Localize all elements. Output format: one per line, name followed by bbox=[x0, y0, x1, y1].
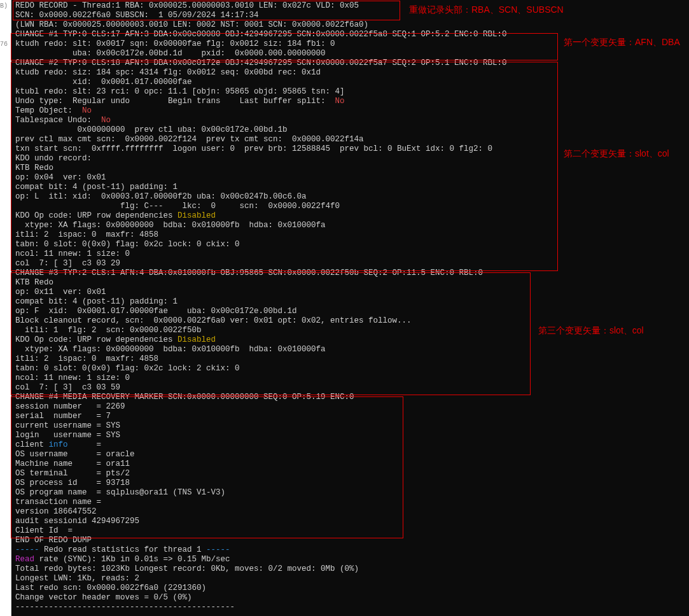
change4-line: audit sessionid 4294967295 bbox=[15, 517, 139, 526]
change4-line: current username = SYS bbox=[15, 421, 120, 430]
change3-line: col 7: [ 3] c3 03 59 bbox=[15, 383, 120, 392]
change4-client-line: client info = bbox=[15, 440, 101, 449]
change2-ts-line: Tablespace Undo: No bbox=[15, 116, 111, 125]
editor-gutter: B) 76 bbox=[0, 0, 11, 616]
change4-line: session number = 2269 bbox=[15, 402, 125, 411]
change4-line: version 186647552 bbox=[15, 507, 97, 516]
change4-line: OS process id = 93718 bbox=[15, 479, 130, 487]
change2-line: itli: 2 ispac: 0 maxfr: 4858 bbox=[15, 230, 158, 239]
change2-line: 0x00000000 prev ctl uba: 0x00c0172e.00bd… bbox=[15, 125, 292, 134]
footer-line: ----------------------------------------… bbox=[15, 603, 235, 612]
gutter-line-number: 76 bbox=[0, 39, 11, 49]
change3-kdo-line: KDO Op code: URP row dependencies Disabl… bbox=[15, 335, 216, 344]
footer-line: Last redo scn: 0x0000.0022f6a0 (2291360) bbox=[15, 584, 206, 592]
change2-line: prev ctl max cmt scn: 0x0000.0022f124 pr… bbox=[15, 135, 368, 144]
change2-kdo-line: KDO Op code: URP row dependencies Disabl… bbox=[15, 211, 216, 220]
change2-line: flg: C--- lkc: 0 scn: 0x0000.0022f4f0 bbox=[15, 202, 340, 211]
no-keyword: No bbox=[335, 97, 345, 106]
annotation-header: 重做记录头部：RBA、SCN、SUBSCN bbox=[409, 4, 683, 15]
change3-line: op: 0x11 ver: 0x01 bbox=[15, 288, 116, 297]
change3-line: ncol: 11 nnew: 1 size: 0 bbox=[15, 374, 130, 382]
disabled-keyword: Disabled bbox=[177, 211, 216, 220]
change3-line: op: F xid: 0x0001.017.00000fae uba: 0x00… bbox=[15, 307, 297, 316]
footer-stats-line: ----- Redo read statistics for thread 1 … bbox=[15, 545, 230, 554]
change2-line: txn start scn: 0xffff.ffffffff logon use… bbox=[15, 144, 492, 153]
change2-line: KDO undo record: bbox=[15, 154, 92, 163]
change3-line: itli: 1 flg: 2 scn: 0x0000.0022f50b bbox=[15, 326, 202, 335]
change4-line: login username = SYS bbox=[15, 431, 120, 440]
change4-line: OS program name = sqlplus@ora11 (TNS V1-… bbox=[15, 488, 225, 497]
redo-header-line2: SCN: 0x0000.0022f6a0 SUBSCN: 1 05/09/202… bbox=[15, 11, 259, 20]
change2-line: ncol: 11 nnew: 1 size: 0 bbox=[15, 249, 130, 258]
info-keyword: info bbox=[49, 440, 68, 449]
change2-temp-line: Temp Object: No bbox=[15, 106, 92, 115]
change2-undo-line: Undo type: Regular undo Begin trans Last… bbox=[15, 97, 345, 106]
change3-line: CHANGE #3 TYP:2 CLS:1 AFN:4 DBA:0x010000… bbox=[15, 269, 483, 277]
read-keyword: Read bbox=[15, 555, 34, 564]
footer-line: Change vector header moves = 0/5 (0%) bbox=[15, 593, 192, 602]
annotation-change3: 第三个变更矢量：slot、col bbox=[538, 325, 659, 336]
change2-line: ktudb redo: siz: 184 spc: 4314 flg: 0x00… bbox=[15, 68, 321, 77]
change4-line: OS terminal = pts/2 bbox=[15, 469, 130, 478]
change3-line: KTB Redo bbox=[15, 278, 59, 287]
change3-line: tabn: 0 slot: 0(0x0) flag: 0x2c lock: 2 … bbox=[15, 364, 240, 373]
change4-line: Client Id = bbox=[15, 526, 78, 535]
change4-line: OS username = oracle bbox=[15, 450, 135, 459]
change1-line2: ktudh redo: slt: 0x0017 sqn: 0x00000fae … bbox=[15, 39, 335, 48]
change2-line: op: 0x04 ver: 0x01 bbox=[15, 173, 116, 182]
change4-line: Machine name = ora11 bbox=[15, 459, 130, 468]
change2-line: compat bit: 4 (post-11) padding: 1 bbox=[15, 183, 177, 192]
change2-line: KTB Redo bbox=[15, 164, 59, 172]
change2-line: xtype: XA flags: 0x00000000 bdba: 0x0100… bbox=[15, 221, 326, 230]
change2-line: ktubl redo: slt: 23 rci: 0 opc: 11.1 [ob… bbox=[15, 87, 345, 96]
footer-line: Longest LWN: 1Kb, reads: 2 bbox=[15, 574, 139, 583]
change2-line: CHANGE #2 TYP:0 CLS:18 AFN:3 DBA:0x00c01… bbox=[15, 59, 507, 67]
change3-line: itli: 2 ispac: 0 maxfr: 4858 bbox=[15, 354, 158, 363]
no-keyword: No bbox=[82, 106, 92, 115]
change2-line: op: L itl: xid: 0x0003.017.00000f2b uba:… bbox=[15, 192, 307, 201]
change1-line3: uba: 0x00c0172e.00bd.1d pxid: 0x0000.000… bbox=[15, 49, 326, 58]
redo-header-line3: (LWN RBA: 0x000025.00000003.0010 LEN: 00… bbox=[15, 20, 368, 29]
annotation-change1: 第一个变更矢量：AFN、DBA bbox=[564, 36, 685, 48]
change4-line: CHANGE #4 MEDIA RECOVERY MARKER SCN:0x00… bbox=[15, 393, 354, 402]
no-keyword: No bbox=[101, 116, 111, 125]
change3-line: Block cleanout record, scn: 0x0000.0022f… bbox=[15, 316, 412, 325]
annotation-change2: 第二个变更矢量：slot、col bbox=[564, 148, 685, 159]
footer-end: END OF REDO DUMP bbox=[15, 536, 92, 545]
redo-header-line1: REDO RECORD - Thread:1 RBA: 0x000025.000… bbox=[15, 1, 359, 10]
footer-read-line: Read rate (SYNC): 1Kb in 0.01s => 0.15 M… bbox=[15, 555, 230, 564]
change1-line1: CHANGE #1 TYP:0 CLS:17 AFN:3 DBA:0x00c00… bbox=[15, 30, 507, 39]
change4-line: serial number = 7 bbox=[15, 412, 111, 421]
terminal-output: REDO RECORD - Thread:1 RBA: 0x000025.000… bbox=[11, 0, 689, 616]
disabled-keyword: Disabled bbox=[177, 335, 216, 344]
change3-line: compat bit: 4 (post-11) padding: 1 bbox=[15, 297, 177, 306]
gutter-label: B) bbox=[0, 1, 11, 11]
change2-line: xid: 0x0001.017.00000fae bbox=[15, 78, 202, 87]
change4-line: transaction name = bbox=[15, 498, 106, 507]
change2-line: col 7: [ 3] c3 03 29 bbox=[15, 259, 120, 268]
change3-line: xtype: XA flags: 0x00000000 bdba: 0x0100… bbox=[15, 345, 326, 354]
footer-line: Total redo bytes: 1023Kb Longest record:… bbox=[15, 564, 359, 573]
change2-line: tabn: 0 slot: 0(0x0) flag: 0x2c lock: 0 … bbox=[15, 240, 240, 249]
